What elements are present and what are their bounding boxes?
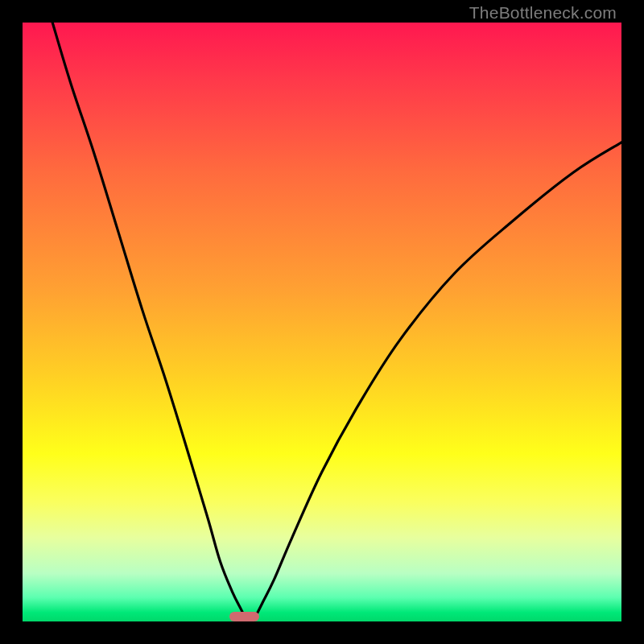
plot-area (23, 23, 621, 621)
chart-frame: TheBottleneck.com (0, 0, 644, 644)
dip-marker (229, 612, 259, 621)
curve-layer (23, 23, 621, 621)
watermark-text: TheBottleneck.com (469, 3, 617, 23)
right-branch-path (253, 142, 621, 621)
left-branch-path (52, 23, 247, 621)
